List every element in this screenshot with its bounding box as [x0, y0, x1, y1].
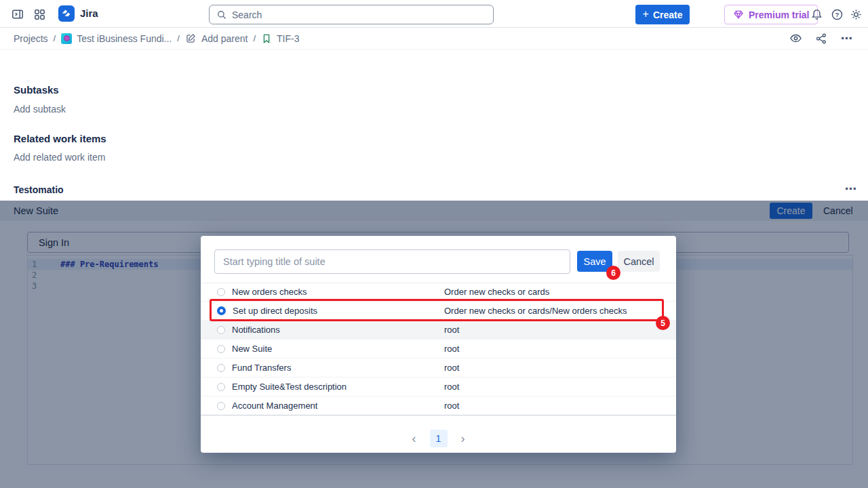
- sidebar-expand-icon: [11, 7, 24, 21]
- suite-row-label: Fund Transfers: [232, 363, 291, 373]
- settings-button[interactable]: [848, 6, 864, 22]
- global-search[interactable]: [209, 5, 494, 24]
- related-work-items-heading: Related work items: [14, 133, 106, 144]
- issue-key-label: TIF-3: [277, 33, 299, 44]
- gear-icon: [850, 8, 863, 21]
- premium-trial-button[interactable]: Premium trial: [724, 5, 818, 24]
- svg-text:?: ?: [835, 12, 839, 18]
- radio-selected-icon[interactable]: [217, 306, 226, 315]
- suite-row-label: New Suite: [232, 344, 272, 354]
- testomatio-more-button[interactable]: ⋯: [845, 182, 857, 196]
- create-button-label: Create: [653, 9, 683, 20]
- suite-row-path: root: [444, 382, 459, 392]
- radio-unselected-icon[interactable]: [217, 364, 225, 372]
- breadcrumb-issue-key[interactable]: TIF-3: [261, 33, 299, 44]
- plus-icon: +: [643, 8, 649, 20]
- suite-row-path: root: [444, 401, 459, 411]
- suite-row-path: Order new checks or cards: [444, 287, 549, 297]
- create-button[interactable]: + Create: [635, 5, 690, 24]
- bell-icon: [810, 8, 823, 21]
- suite-row-empty-suite-test-description[interactable]: Empty Suite&Test description root: [201, 378, 676, 396]
- breadcrumb-project-label: Test iBusiness Fundi...: [77, 33, 172, 44]
- edit-icon: [185, 33, 197, 44]
- add-parent-label: Add parent: [201, 33, 248, 44]
- add-subtask-button[interactable]: Add subtask: [14, 104, 66, 115]
- add-related-work-item-button[interactable]: Add related work item: [14, 152, 105, 163]
- annotation-step-6-badge: 6: [606, 266, 620, 280]
- cancel-button[interactable]: Cancel: [618, 251, 660, 272]
- testomatio-heading: Testomatio: [14, 184, 64, 195]
- radio-unselected-icon[interactable]: [217, 383, 225, 391]
- subtasks-heading: Subtasks: [14, 84, 59, 96]
- suite-row-path: root: [444, 363, 459, 373]
- jira-logo-icon[interactable]: [58, 5, 75, 22]
- watch-button[interactable]: [785, 30, 806, 47]
- suite-row-label: Account Management: [232, 401, 317, 411]
- breadcrumb-separator: /: [177, 33, 180, 43]
- suite-row-path: Order new checks or cards/New orders che…: [444, 306, 627, 316]
- more-actions-button[interactable]: ⋯: [837, 30, 857, 47]
- suite-row-account-management[interactable]: Account Management root: [201, 396, 676, 415]
- radio-unselected-icon[interactable]: [217, 288, 225, 296]
- radio-unselected-icon[interactable]: [217, 345, 225, 353]
- project-avatar-icon: [61, 33, 72, 44]
- previous-page-button[interactable]: ‹: [411, 432, 418, 445]
- share-button[interactable]: [811, 30, 831, 47]
- suite-row-label: New orders checks: [232, 287, 307, 297]
- page-1-button[interactable]: 1: [430, 430, 448, 447]
- breadcrumb-separator: /: [54, 33, 56, 43]
- app-grid-icon: [33, 8, 46, 21]
- notifications-button[interactable]: [808, 6, 825, 22]
- share-icon: [815, 33, 827, 45]
- select-suite-dialog: Save Cancel New orders checks Order new …: [201, 236, 676, 453]
- search-input[interactable]: [232, 9, 486, 20]
- breadcrumb: Projects / Test iBusiness Fundi... / Add…: [0, 28, 868, 49]
- suite-row-label: Set up direct deposits: [233, 306, 317, 316]
- app-switcher-button[interactable]: [31, 6, 47, 22]
- premium-trial-label: Premium trial: [749, 9, 809, 20]
- app-name: Jira: [80, 7, 98, 19]
- help-button[interactable]: ?: [829, 6, 845, 22]
- search-icon: [216, 9, 227, 20]
- suite-row-notifications[interactable]: Notifications root: [201, 321, 676, 340]
- eye-icon: [789, 32, 802, 45]
- annotation-step-5-badge: 5: [656, 316, 670, 330]
- top-navigation: Jira + Create Premium trial: [0, 0, 868, 28]
- sidebar-toggle-button[interactable]: [9, 6, 26, 22]
- pagination: ‹ 1 ›: [201, 429, 676, 448]
- breadcrumb-separator: /: [253, 33, 256, 43]
- question-circle-icon: ?: [831, 8, 844, 21]
- suite-row-path: root: [444, 344, 459, 354]
- bookmark-icon: [261, 33, 272, 44]
- radio-unselected-icon[interactable]: [217, 402, 225, 410]
- suite-list: New orders checks Order new checks or ca…: [201, 283, 676, 415]
- suite-row-path: root: [444, 325, 459, 335]
- breadcrumb-projects[interactable]: Projects: [14, 33, 48, 44]
- suite-row-fund-transfers[interactable]: Fund Transfers root: [201, 359, 676, 378]
- suite-row-label: Notifications: [232, 325, 280, 335]
- gem-icon: [733, 9, 744, 20]
- next-page-button[interactable]: ›: [460, 432, 467, 445]
- ellipsis-icon: ⋯: [841, 31, 853, 45]
- suite-row-new-suite[interactable]: New Suite root: [201, 340, 676, 359]
- ellipsis-icon: ⋯: [845, 182, 857, 195]
- breadcrumb-project[interactable]: Test iBusiness Fundi...: [61, 33, 172, 44]
- radio-unselected-icon[interactable]: [217, 326, 225, 334]
- suite-row-set-up-direct-deposits[interactable]: Set up direct deposits Order new checks …: [201, 302, 676, 321]
- add-parent-button[interactable]: Add parent: [185, 33, 248, 44]
- suite-row-new-orders-checks[interactable]: New orders checks Order new checks or ca…: [201, 283, 676, 302]
- suite-row-label: Empty Suite&Test description: [232, 382, 347, 392]
- suite-search-input[interactable]: [214, 249, 570, 274]
